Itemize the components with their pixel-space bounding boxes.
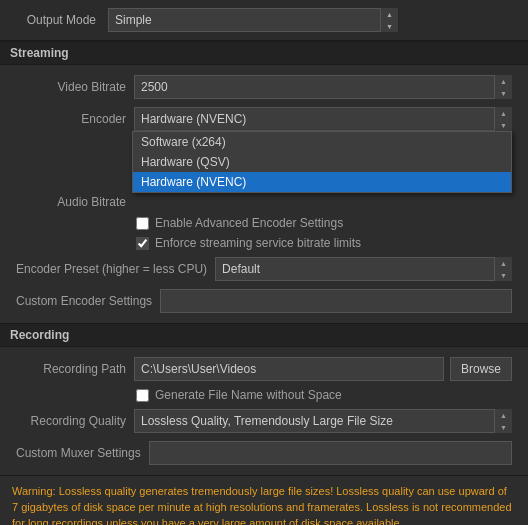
- output-mode-spinner: ▲ ▼: [380, 8, 398, 32]
- encoder-input-wrap: ▲ ▼: [134, 107, 512, 131]
- output-mode-label: Output Mode: [16, 13, 96, 27]
- encoder-option-software[interactable]: Software (x264): [133, 132, 511, 152]
- enforce-bitrate-label: Enforce streaming service bitrate limits: [155, 236, 361, 250]
- encoder-option-nvenc[interactable]: Hardware (NVENC): [133, 172, 511, 192]
- recording-quality-label: Recording Quality: [16, 414, 126, 428]
- recording-path-row: Recording Path Browse: [0, 353, 528, 385]
- output-mode-up[interactable]: ▲: [381, 8, 398, 20]
- recording-quality-field: ▲ ▼: [134, 409, 512, 433]
- recording-path-label: Recording Path: [16, 362, 126, 376]
- encoder-option-qsv[interactable]: Hardware (QSV): [133, 152, 511, 172]
- enable-advanced-checkbox[interactable]: [136, 217, 149, 230]
- output-mode-down[interactable]: ▼: [381, 20, 398, 32]
- video-bitrate-up[interactable]: ▲: [495, 75, 512, 87]
- encoder-down[interactable]: ▼: [495, 119, 512, 131]
- recording-path-field: Browse: [134, 357, 512, 381]
- video-bitrate-input[interactable]: [134, 75, 512, 99]
- encoder-row: Encoder ▲ ▼: [0, 103, 528, 131]
- generate-filename-checkbox[interactable]: [136, 389, 149, 402]
- custom-encoder-row: Custom Encoder Settings: [0, 285, 528, 317]
- recording-quality-row: Recording Quality ▲ ▼: [0, 405, 528, 437]
- encoder-input[interactable]: [134, 107, 512, 131]
- recording-path-input[interactable]: [134, 357, 444, 381]
- recording-quality-input-wrap: ▲ ▼: [134, 409, 512, 433]
- enforce-bitrate-checkbox[interactable]: [136, 237, 149, 250]
- browse-button[interactable]: Browse: [450, 357, 512, 381]
- encoder-preset-row: Encoder Preset (higher = less CPU) ▲ ▼: [0, 253, 528, 285]
- generate-filename-row: Generate File Name without Space: [0, 385, 528, 405]
- encoder-preset-down[interactable]: ▼: [495, 269, 512, 281]
- warnings-area: Warning: Lossless quality generates trem…: [0, 475, 528, 525]
- recording-section-header: Recording: [0, 323, 528, 347]
- encoder-up[interactable]: ▲: [495, 107, 512, 119]
- generate-filename-label: Generate File Name without Space: [155, 388, 342, 402]
- enable-advanced-row: Enable Advanced Encoder Settings: [0, 213, 528, 233]
- video-bitrate-row: Video Bitrate ▲ ▼: [0, 71, 528, 103]
- encoder-preset-input[interactable]: [215, 257, 512, 281]
- custom-muxer-label: Custom Muxer Settings: [16, 446, 141, 460]
- video-bitrate-spinner: ▲ ▼: [494, 75, 512, 99]
- recording-quality-down[interactable]: ▼: [495, 421, 512, 433]
- custom-encoder-field: [160, 289, 512, 313]
- custom-muxer-field: [149, 441, 512, 465]
- encoder-label: Encoder: [16, 112, 126, 126]
- streaming-section-header: Streaming: [0, 41, 528, 65]
- warning-lossless: Warning: Lossless quality generates trem…: [12, 484, 516, 525]
- custom-muxer-input[interactable]: [149, 441, 512, 465]
- encoder-spinner: ▲ ▼: [494, 107, 512, 131]
- encoder-dropdown: Software (x264) Hardware (QSV) Hardware …: [132, 131, 512, 193]
- encoder-preset-input-wrap: ▲ ▼: [215, 257, 512, 281]
- video-bitrate-label: Video Bitrate: [16, 80, 126, 94]
- encoder-field: ▲ ▼: [134, 107, 512, 131]
- video-bitrate-input-wrap: ▲ ▼: [134, 75, 512, 99]
- output-mode-select-wrapper: Simple ▲ ▼: [108, 8, 398, 32]
- enforce-bitrate-row: Enforce streaming service bitrate limits: [0, 233, 528, 253]
- custom-encoder-input[interactable]: [160, 289, 512, 313]
- video-bitrate-down[interactable]: ▼: [495, 87, 512, 99]
- streaming-section: Video Bitrate ▲ ▼ Encoder ▲ ▼: [0, 65, 528, 323]
- video-bitrate-field: ▲ ▼: [134, 75, 512, 99]
- encoder-preset-up[interactable]: ▲: [495, 257, 512, 269]
- audio-bitrate-label: Audio Bitrate: [16, 195, 126, 209]
- audio-bitrate-row: Audio Bitrate: [0, 191, 528, 213]
- recording-section: Recording Path Browse Generate File Name…: [0, 347, 528, 475]
- recording-quality-input[interactable]: [134, 409, 512, 433]
- enable-advanced-label: Enable Advanced Encoder Settings: [155, 216, 343, 230]
- encoder-preset-field: ▲ ▼: [215, 257, 512, 281]
- custom-muxer-row: Custom Muxer Settings: [0, 437, 528, 469]
- output-mode-select[interactable]: Simple: [108, 8, 398, 32]
- encoder-preset-label: Encoder Preset (higher = less CPU): [16, 262, 207, 276]
- custom-encoder-label: Custom Encoder Settings: [16, 294, 152, 308]
- recording-quality-spinner: ▲ ▼: [494, 409, 512, 433]
- encoder-preset-spinner: ▲ ▼: [494, 257, 512, 281]
- output-mode-row: Output Mode Simple ▲ ▼: [0, 0, 528, 41]
- recording-quality-up[interactable]: ▲: [495, 409, 512, 421]
